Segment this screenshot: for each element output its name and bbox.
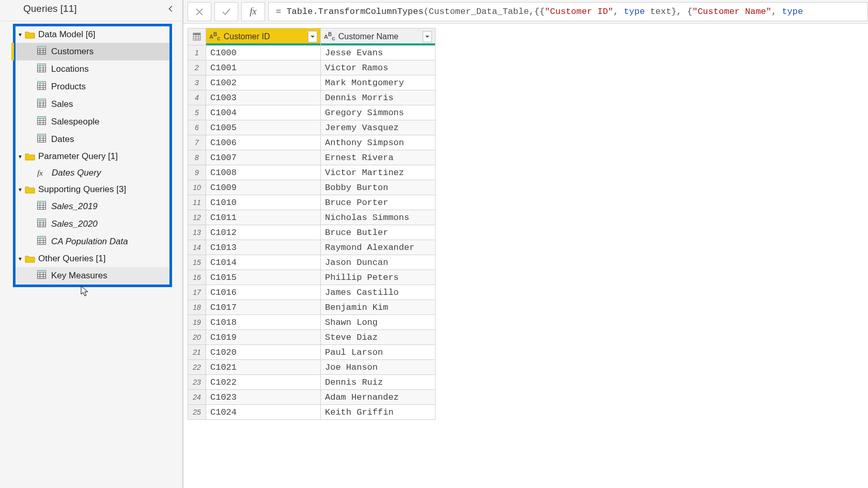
cell-customer-id[interactable]: C1020 bbox=[206, 345, 321, 360]
cell-customer-id[interactable]: C1017 bbox=[206, 300, 321, 315]
table-row[interactable]: 10C1009Bobby Burton bbox=[188, 180, 436, 195]
table-row[interactable]: 9C1008Victor Martinez bbox=[188, 165, 436, 180]
cell-customer-name[interactable]: Dennis Ruiz bbox=[321, 375, 436, 390]
cell-customer-id[interactable]: C1007 bbox=[206, 150, 321, 165]
row-number[interactable]: 11 bbox=[188, 195, 206, 210]
query-item[interactable]: fxDates Query bbox=[16, 165, 169, 181]
cell-customer-id[interactable]: C1019 bbox=[206, 330, 321, 345]
query-folder[interactable]: ▾Data Model [6] bbox=[16, 26, 169, 43]
row-number[interactable]: 10 bbox=[188, 180, 206, 195]
query-item[interactable]: Key Measures bbox=[16, 267, 169, 285]
row-number[interactable]: 1 bbox=[188, 45, 206, 60]
query-item[interactable]: Sales_2019 bbox=[16, 198, 169, 215]
cell-customer-id[interactable]: C1006 bbox=[206, 135, 321, 150]
select-all-cell[interactable] bbox=[188, 28, 206, 45]
row-number[interactable]: 20 bbox=[188, 330, 206, 345]
table-row[interactable]: 17C1016James Castillo bbox=[188, 285, 436, 300]
cell-customer-name[interactable]: Jason Duncan bbox=[321, 255, 436, 270]
cell-customer-name[interactable]: Ernest Rivera bbox=[321, 150, 436, 165]
cell-customer-id[interactable]: C1015 bbox=[206, 270, 321, 285]
query-item[interactable]: Customers bbox=[16, 43, 169, 60]
row-number[interactable]: 4 bbox=[188, 90, 206, 105]
cell-customer-name[interactable]: Bruce Butler bbox=[321, 225, 436, 240]
table-row[interactable]: 15C1014Jason Duncan bbox=[188, 255, 436, 270]
collapse-sidebar-button[interactable] bbox=[166, 4, 176, 14]
table-row[interactable]: 13C1012Bruce Butler bbox=[188, 225, 436, 240]
table-row[interactable]: 3C1002Mark Montgomery bbox=[188, 75, 436, 90]
row-number[interactable]: 23 bbox=[188, 375, 206, 390]
cell-customer-name[interactable]: Jeremy Vasquez bbox=[321, 120, 436, 135]
row-number[interactable]: 22 bbox=[188, 360, 206, 375]
row-number[interactable]: 3 bbox=[188, 75, 206, 90]
cell-customer-id[interactable]: C1005 bbox=[206, 120, 321, 135]
table-row[interactable]: 23C1022Dennis Ruiz bbox=[188, 375, 436, 390]
query-folder[interactable]: ▾Parameter Query [1] bbox=[16, 148, 169, 165]
table-row[interactable]: 2C1001Victor Ramos bbox=[188, 60, 436, 75]
query-item[interactable]: CA Population Data bbox=[16, 233, 169, 250]
cell-customer-name[interactable]: Anthony Simpson bbox=[321, 135, 436, 150]
row-number[interactable]: 18 bbox=[188, 300, 206, 315]
cancel-formula-button[interactable] bbox=[188, 2, 211, 21]
cell-customer-name[interactable]: Joe Hanson bbox=[321, 360, 436, 375]
cell-customer-id[interactable]: C1013 bbox=[206, 240, 321, 255]
row-number[interactable]: 8 bbox=[188, 150, 206, 165]
table-row[interactable]: 14C1013Raymond Alexander bbox=[188, 240, 436, 255]
cell-customer-name[interactable]: Victor Ramos bbox=[321, 60, 436, 75]
table-row[interactable]: 19C1018Shawn Long bbox=[188, 315, 436, 330]
query-folder[interactable]: ▾Other Queries [1] bbox=[16, 250, 169, 267]
query-item[interactable]: Sales_2020 bbox=[16, 215, 169, 233]
cell-customer-name[interactable]: Dennis Morris bbox=[321, 90, 436, 105]
cell-customer-id[interactable]: C1003 bbox=[206, 90, 321, 105]
row-number[interactable]: 25 bbox=[188, 405, 206, 420]
cell-customer-name[interactable]: James Castillo bbox=[321, 285, 436, 300]
row-number[interactable]: 15 bbox=[188, 255, 206, 270]
row-number[interactable]: 16 bbox=[188, 270, 206, 285]
table-row[interactable]: 11C1010Bruce Porter bbox=[188, 195, 436, 210]
cell-customer-name[interactable]: Mark Montgomery bbox=[321, 75, 436, 90]
cell-customer-id[interactable]: C1004 bbox=[206, 105, 321, 120]
cell-customer-name[interactable]: Keith Griffin bbox=[321, 405, 436, 420]
data-grid[interactable]: ABC Customer ID ABC Customer Name bbox=[188, 28, 436, 420]
query-item[interactable]: Products bbox=[16, 78, 169, 96]
fx-button[interactable]: fx bbox=[241, 2, 265, 21]
cell-customer-id[interactable]: C1008 bbox=[206, 165, 321, 180]
cell-customer-id[interactable]: C1018 bbox=[206, 315, 321, 330]
cell-customer-name[interactable]: Steve Diaz bbox=[321, 330, 436, 345]
query-folder[interactable]: ▾Supporting Queries [3] bbox=[16, 181, 169, 198]
row-number[interactable]: 2 bbox=[188, 60, 206, 75]
row-number[interactable]: 12 bbox=[188, 210, 206, 225]
table-row[interactable]: 18C1017Benjamin Kim bbox=[188, 300, 436, 315]
row-number[interactable]: 13 bbox=[188, 225, 206, 240]
table-row[interactable]: 1C1000Jesse Evans bbox=[188, 45, 436, 60]
cell-customer-id[interactable]: C1001 bbox=[206, 60, 321, 75]
cell-customer-id[interactable]: C1016 bbox=[206, 285, 321, 300]
cell-customer-name[interactable]: Raymond Alexander bbox=[321, 240, 436, 255]
cell-customer-id[interactable]: C1014 bbox=[206, 255, 321, 270]
cell-customer-name[interactable]: Bobby Burton bbox=[321, 180, 436, 195]
column-header-customer-id[interactable]: ABC Customer ID bbox=[206, 28, 321, 45]
query-item[interactable]: Dates bbox=[16, 131, 169, 148]
row-number[interactable]: 19 bbox=[188, 315, 206, 330]
table-row[interactable]: 20C1019Steve Diaz bbox=[188, 330, 436, 345]
cell-customer-name[interactable]: Adam Hernandez bbox=[321, 390, 436, 405]
column-filter-button[interactable] bbox=[423, 31, 432, 42]
table-row[interactable]: 24C1023Adam Hernandez bbox=[188, 390, 436, 405]
row-number[interactable]: 7 bbox=[188, 135, 206, 150]
table-row[interactable]: 5C1004Gregory Simmons bbox=[188, 105, 436, 120]
table-row[interactable]: 12C1011Nicholas Simmons bbox=[188, 210, 436, 225]
table-row[interactable]: 16C1015Phillip Peters bbox=[188, 270, 436, 285]
table-row[interactable]: 8C1007Ernest Rivera bbox=[188, 150, 436, 165]
row-number[interactable]: 5 bbox=[188, 105, 206, 120]
cell-customer-name[interactable]: Shawn Long bbox=[321, 315, 436, 330]
cell-customer-name[interactable]: Nicholas Simmons bbox=[321, 210, 436, 225]
row-number[interactable]: 21 bbox=[188, 345, 206, 360]
table-row[interactable]: 7C1006Anthony Simpson bbox=[188, 135, 436, 150]
cell-customer-id[interactable]: C1000 bbox=[206, 45, 321, 60]
cell-customer-id[interactable]: C1012 bbox=[206, 225, 321, 240]
row-number[interactable]: 17 bbox=[188, 285, 206, 300]
cell-customer-name[interactable]: Gregory Simmons bbox=[321, 105, 436, 120]
cell-customer-id[interactable]: C1011 bbox=[206, 210, 321, 225]
row-number[interactable]: 6 bbox=[188, 120, 206, 135]
column-header-customer-name[interactable]: ABC Customer Name bbox=[321, 28, 436, 45]
row-number[interactable]: 9 bbox=[188, 165, 206, 180]
